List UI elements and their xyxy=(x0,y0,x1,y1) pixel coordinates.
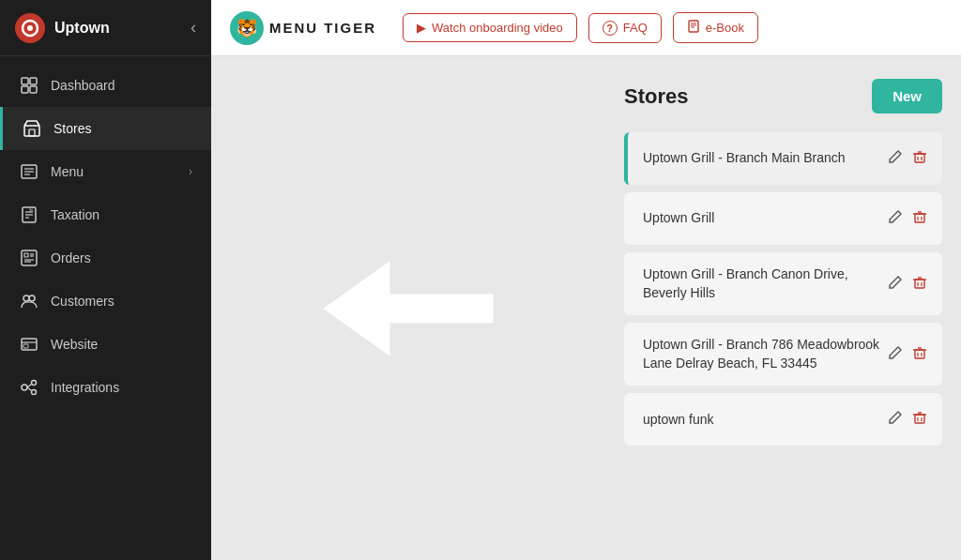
svg-point-23 xyxy=(23,295,29,301)
stores-panel: Stores New Uptown Grill - Branch Main Br… xyxy=(605,56,961,560)
stores-label: Stores xyxy=(53,121,192,136)
stores-title: Stores xyxy=(624,84,688,109)
taxation-icon: % xyxy=(19,204,39,225)
customers-label: Customers xyxy=(51,294,192,309)
sidebar-toggle-button[interactable]: ‹ xyxy=(191,18,196,38)
store-actions xyxy=(888,410,927,429)
store-name: Uptown Grill xyxy=(643,209,888,228)
svg-point-28 xyxy=(22,385,27,390)
sidebar-item-menu[interactable]: Menu › xyxy=(0,150,211,193)
store-item: Uptown Grill - Branch Canon Drive, Bever… xyxy=(624,252,942,315)
svg-rect-18 xyxy=(24,253,28,257)
svg-rect-5 xyxy=(30,86,37,93)
topbar-brand2: TIGER xyxy=(324,20,376,36)
edit-icon[interactable] xyxy=(888,275,903,294)
svg-rect-4 xyxy=(22,86,28,93)
sidebar: Uptown ‹ Dashboard xyxy=(0,0,211,560)
taxation-label: Taxation xyxy=(51,207,192,222)
store-list: Uptown Grill - Branch Main Branch xyxy=(624,132,942,446)
onboarding-video-button[interactable]: ▶ Watch onboarding video xyxy=(403,13,577,42)
play-icon: ▶ xyxy=(417,21,426,35)
tiger-logo-icon: 🐯 xyxy=(230,11,264,45)
dashboard-label: Dashboard xyxy=(51,78,192,93)
faq-button[interactable]: ? FAQ xyxy=(588,13,662,43)
sidebar-item-integrations[interactable]: Integrations xyxy=(0,366,211,409)
sidebar-item-orders[interactable]: Orders xyxy=(0,236,211,280)
svg-point-24 xyxy=(29,295,35,301)
sidebar-item-customers[interactable]: Customers xyxy=(0,280,211,323)
store-name: Uptown Grill - Branch 786 Meadowbrook La… xyxy=(643,336,888,372)
svg-text:%: % xyxy=(29,207,34,213)
customers-icon xyxy=(19,291,39,311)
svg-point-29 xyxy=(32,381,37,386)
svg-rect-17 xyxy=(22,250,37,265)
main-content: 🐯 MENU TIGER ▶ Watch onboarding video ? … xyxy=(211,0,961,560)
sidebar-item-stores[interactable]: Stores xyxy=(0,107,211,150)
menu-label: Menu xyxy=(51,164,189,179)
new-store-button[interactable]: New xyxy=(872,79,942,114)
svg-line-31 xyxy=(27,385,32,388)
svg-rect-2 xyxy=(22,78,28,84)
store-name: Uptown Grill - Branch Canon Drive, Bever… xyxy=(643,265,888,302)
dashboard-icon xyxy=(19,75,39,96)
svg-point-1 xyxy=(27,25,33,31)
orders-icon xyxy=(19,248,39,268)
delete-icon[interactable] xyxy=(912,275,927,294)
delete-icon[interactable] xyxy=(912,410,927,429)
topbar-brand: MENU xyxy=(269,20,318,36)
store-item: Uptown Grill - Branch 786 Meadowbrook La… xyxy=(624,323,942,386)
topbar: 🐯 MENU TIGER ▶ Watch onboarding video ? … xyxy=(211,0,961,56)
svg-rect-58 xyxy=(915,415,924,423)
svg-marker-37 xyxy=(324,262,493,356)
sidebar-logo-icon xyxy=(15,13,45,43)
sidebar-item-taxation[interactable]: % Taxation xyxy=(0,193,211,236)
stores-header: Stores New xyxy=(624,79,942,114)
svg-rect-33 xyxy=(689,21,698,32)
svg-point-30 xyxy=(32,390,37,395)
ebook-button[interactable]: e-Book xyxy=(673,12,758,43)
faq-icon: ? xyxy=(603,21,618,36)
edit-icon[interactable] xyxy=(888,209,903,228)
store-item: Uptown Grill xyxy=(624,192,942,245)
sidebar-item-website[interactable]: Website xyxy=(0,323,211,366)
edit-icon[interactable] xyxy=(888,149,903,168)
store-item: uptown funk xyxy=(624,393,942,446)
store-item: Uptown Grill - Branch Main Branch xyxy=(624,132,942,185)
website-icon xyxy=(19,334,39,355)
back-arrow-icon xyxy=(314,252,502,365)
ebook-label: e-Book xyxy=(706,21,744,35)
store-actions xyxy=(888,275,927,294)
svg-rect-53 xyxy=(915,350,924,358)
store-actions xyxy=(888,209,927,228)
delete-icon[interactable] xyxy=(912,149,927,168)
topbar-logo: 🐯 MENU TIGER xyxy=(230,11,376,45)
onboarding-label: Watch onboarding video xyxy=(432,21,563,35)
integrations-label: Integrations xyxy=(51,380,192,395)
faq-label: FAQ xyxy=(623,21,648,35)
delete-icon[interactable] xyxy=(912,345,927,364)
svg-rect-6 xyxy=(24,126,39,136)
svg-line-32 xyxy=(27,387,32,391)
delete-icon[interactable] xyxy=(912,209,927,228)
sidebar-item-dashboard[interactable]: Dashboard xyxy=(0,64,211,107)
page-body: Stores New Uptown Grill - Branch Main Br… xyxy=(211,56,961,560)
sidebar-header: Uptown ‹ xyxy=(0,0,211,56)
edit-icon[interactable] xyxy=(888,345,903,364)
orders-label: Orders xyxy=(51,250,192,265)
svg-rect-3 xyxy=(30,78,37,84)
sidebar-brand-name: Uptown xyxy=(54,20,110,37)
svg-rect-38 xyxy=(915,154,924,162)
svg-rect-27 xyxy=(23,344,28,348)
sidebar-nav: Dashboard Stores xyxy=(0,56,211,560)
menu-icon xyxy=(19,161,39,182)
edit-icon[interactable] xyxy=(888,410,903,429)
ebook-icon xyxy=(687,20,700,36)
store-name: Uptown Grill - Branch Main Branch xyxy=(643,149,888,168)
arrow-area xyxy=(211,56,605,560)
store-actions xyxy=(888,149,927,168)
menu-chevron-icon: › xyxy=(189,165,192,178)
store-name: uptown funk xyxy=(643,411,888,430)
integrations-icon xyxy=(19,377,39,398)
store-actions xyxy=(888,345,927,364)
stores-icon xyxy=(22,118,42,139)
